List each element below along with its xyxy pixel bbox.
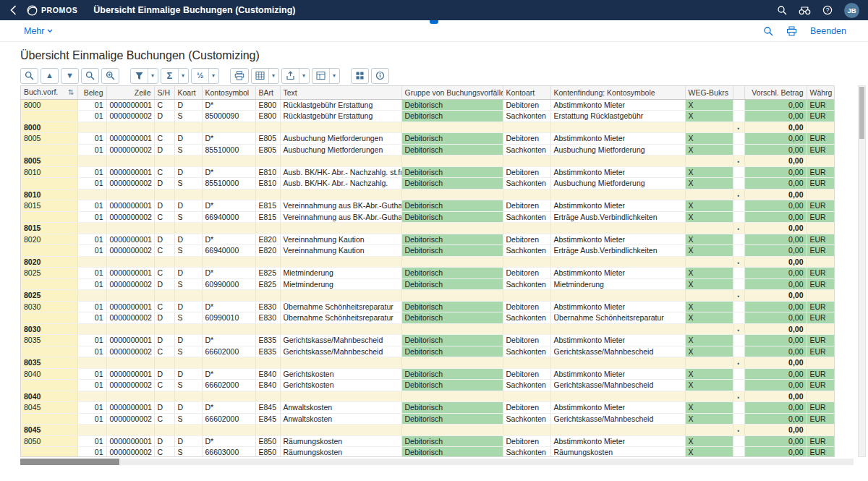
cell-zeile[interactable]: 0000000002 bbox=[106, 380, 154, 391]
cell-text[interactable]: Vereinnahmung Kaution bbox=[280, 234, 401, 245]
subtotal-cell-beleg[interactable] bbox=[77, 357, 106, 369]
menu-print-button[interactable] bbox=[786, 26, 797, 36]
cell-sh[interactable]: C bbox=[154, 166, 174, 178]
cell-betrag[interactable]: 0,00 bbox=[744, 278, 807, 290]
cell-buchvorf[interactable]: 8025 bbox=[21, 268, 77, 279]
cell-koart[interactable]: D bbox=[174, 200, 202, 212]
cell-beleg[interactable]: 01 bbox=[77, 166, 106, 178]
subtotal-cell-text[interactable] bbox=[280, 256, 401, 268]
cell-betrag[interactable]: 0,00 bbox=[744, 312, 807, 324]
cell-sum[interactable] bbox=[733, 211, 744, 223]
cell-zeile[interactable]: 0000000001 bbox=[106, 166, 154, 178]
cell-bart[interactable]: E840 bbox=[255, 368, 280, 380]
chevron-down-icon[interactable]: ▾ bbox=[208, 69, 215, 83]
cell-kontoart[interactable]: Debitoren bbox=[503, 133, 550, 145]
cell-betrag[interactable]: 0,00 bbox=[744, 245, 807, 257]
cell-sum[interactable] bbox=[733, 335, 744, 346]
subtotal-cell-koart[interactable] bbox=[174, 156, 202, 167]
info-button[interactable] bbox=[371, 68, 389, 84]
cell-sh[interactable]: D bbox=[154, 312, 174, 324]
cell-findung[interactable]: Abstimmkonto Mieter bbox=[550, 368, 685, 380]
subtotal-cell-buchvorf[interactable]: 8000 bbox=[21, 122, 77, 133]
cell-kontoart[interactable]: Sachkonten bbox=[503, 111, 550, 122]
column-header-betrag[interactable]: Vorschl. Betrag bbox=[744, 86, 807, 99]
subtotal-cell-sh[interactable] bbox=[154, 290, 174, 302]
subtotal-cell-gruppe[interactable] bbox=[401, 357, 503, 369]
subtotal-cell-weg[interactable] bbox=[685, 323, 733, 335]
cell-weg[interactable]: X bbox=[685, 211, 733, 223]
subtotal-cell-zeile[interactable] bbox=[106, 189, 154, 200]
cell-bart[interactable]: E825 bbox=[255, 268, 280, 279]
cell-findung[interactable]: Gerichtskasse/Mahnbescheid bbox=[550, 380, 685, 391]
cell-sh[interactable]: D bbox=[154, 335, 174, 346]
column-header-text[interactable]: Text bbox=[280, 86, 401, 99]
column-header-beleg[interactable]: Beleg bbox=[77, 86, 106, 99]
cell-gruppe[interactable]: Debitorisch bbox=[401, 301, 503, 312]
subtotal-cell-sum[interactable]: ▪ bbox=[733, 290, 744, 302]
cell-koart[interactable]: S bbox=[174, 380, 202, 391]
subtotal-cell-zeile[interactable] bbox=[106, 323, 154, 335]
cell-bart[interactable]: E805 bbox=[255, 144, 280, 156]
cell-kontoart[interactable]: Sachkonten bbox=[503, 380, 550, 391]
subtotal-cell-bart[interactable] bbox=[255, 391, 280, 402]
cell-sum[interactable] bbox=[733, 178, 744, 190]
cell-bart[interactable]: E810 bbox=[255, 178, 280, 190]
cell-text[interactable]: Gerichtskasse/Mahnbescheid bbox=[280, 346, 401, 357]
cell-text[interactable]: Vereinnahmung Kaution bbox=[280, 245, 401, 257]
subtotal-cell-buchvorf[interactable]: 8005 bbox=[21, 156, 77, 167]
column-header-bart[interactable]: BArt bbox=[255, 86, 280, 99]
cell-weg[interactable]: X bbox=[685, 144, 733, 156]
subtotal-cell-betrag[interactable]: 0,00 bbox=[744, 391, 807, 402]
subtotal-cell-buchvorf[interactable]: 8030 bbox=[21, 323, 77, 335]
cell-text[interactable]: Anwaltskosten bbox=[280, 402, 401, 414]
subtotal-cell-findung[interactable] bbox=[550, 156, 685, 167]
cell-sh[interactable]: D bbox=[154, 368, 174, 380]
cell-symbol[interactable]: D* bbox=[202, 133, 255, 145]
subtotal-cell-waehrung[interactable] bbox=[807, 425, 834, 436]
cell-gruppe[interactable]: Debitorisch bbox=[401, 435, 503, 447]
cell-weg[interactable]: X bbox=[685, 111, 733, 122]
cell-betrag[interactable]: 0,00 bbox=[744, 144, 807, 156]
cell-buchvorf[interactable]: 8010 bbox=[21, 166, 77, 178]
cell-koart[interactable]: D bbox=[174, 368, 202, 380]
subtotal-cell-beleg[interactable] bbox=[77, 290, 106, 302]
cell-zeile[interactable]: 0000000001 bbox=[106, 368, 154, 380]
column-header-gruppe[interactable]: Gruppe von Buchungsvorfällen bbox=[401, 86, 503, 99]
cell-gruppe[interactable]: Debitorisch bbox=[401, 312, 503, 324]
subtotal-cell-sum[interactable]: ▪ bbox=[733, 425, 744, 436]
cell-buchvorf[interactable] bbox=[21, 144, 77, 156]
subtotal-cell-buchvorf[interactable]: 8025 bbox=[21, 290, 77, 302]
cell-waehrung[interactable]: EUR bbox=[807, 178, 834, 190]
cell-gruppe[interactable]: Debitorisch bbox=[401, 245, 503, 257]
cell-waehrung[interactable]: EUR bbox=[807, 211, 834, 223]
cell-bart[interactable]: E805 bbox=[255, 133, 280, 145]
cell-betrag[interactable]: 0,00 bbox=[744, 111, 807, 122]
cell-beleg[interactable]: 01 bbox=[77, 346, 106, 357]
subtotal-cell-waehrung[interactable] bbox=[807, 156, 834, 167]
column-header-kontoart[interactable]: Kontoart bbox=[503, 86, 550, 99]
cell-buchvorf[interactable] bbox=[21, 346, 77, 357]
subtotal-cell-koart[interactable] bbox=[174, 425, 202, 436]
cell-kontoart[interactable]: Sachkonten bbox=[503, 413, 550, 425]
cell-weg[interactable]: X bbox=[685, 178, 733, 190]
cell-beleg[interactable]: 01 bbox=[77, 435, 106, 447]
cell-betrag[interactable]: 0,00 bbox=[744, 335, 807, 346]
cell-weg[interactable]: X bbox=[685, 278, 733, 290]
subtotal-cell-kontoart[interactable] bbox=[503, 223, 550, 234]
cell-sum[interactable] bbox=[733, 380, 744, 391]
subtotal-cell-text[interactable] bbox=[280, 189, 401, 200]
cell-gruppe[interactable]: Debitorisch bbox=[401, 380, 503, 391]
cell-bart[interactable]: E830 bbox=[255, 301, 280, 312]
cell-zeile[interactable]: 0000000002 bbox=[106, 312, 154, 324]
subtotal-cell-buchvorf[interactable]: 8015 bbox=[21, 223, 77, 234]
cell-koart[interactable]: S bbox=[174, 211, 202, 223]
subtotal-cell-betrag[interactable]: 0,00 bbox=[744, 323, 807, 335]
cell-koart[interactable]: D bbox=[174, 234, 202, 245]
cell-findung[interactable]: Erträge Ausb.Verbindlichkeiten bbox=[550, 211, 685, 223]
cell-waehrung[interactable]: EUR bbox=[807, 166, 834, 178]
subtotal-cell-sum[interactable]: ▪ bbox=[733, 357, 744, 369]
cell-waehrung[interactable]: EUR bbox=[807, 301, 834, 312]
cell-sh[interactable]: C bbox=[154, 301, 174, 312]
cell-koart[interactable]: S bbox=[174, 413, 202, 425]
cell-beleg[interactable]: 01 bbox=[77, 312, 106, 324]
